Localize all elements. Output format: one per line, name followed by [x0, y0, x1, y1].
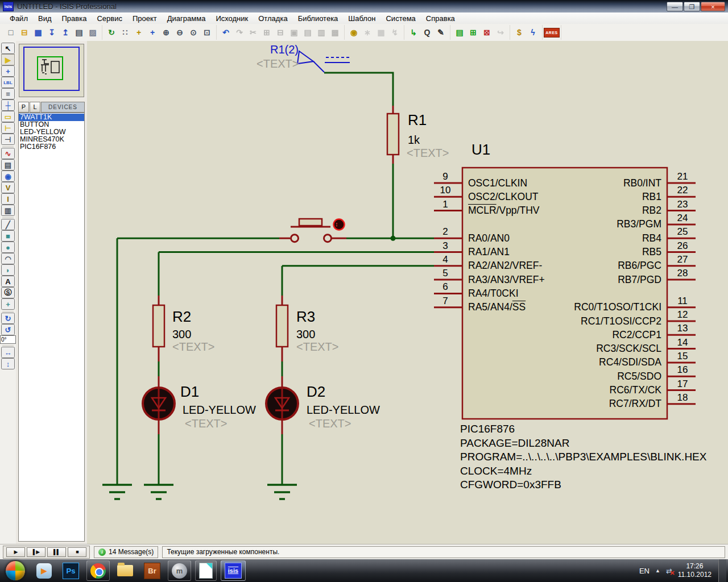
pick-devices-button[interactable]: P: [18, 102, 29, 113]
menu-source[interactable]: Исходник: [210, 14, 253, 23]
sim-play-button[interactable]: ▶: [6, 547, 25, 557]
schematic-canvas[interactable]: R1(2) <TEXT> R1 1k <TEXT> U1 R2 300 <TEX…: [87, 41, 728, 544]
toolbar-bill-of-materials-icon[interactable]: $: [512, 26, 526, 39]
menu-tools[interactable]: Сервис: [92, 14, 127, 23]
toolbar-remove-sheet-icon[interactable]: ⊠: [480, 26, 494, 39]
toolbar-block-delete-icon[interactable]: ▩: [328, 26, 342, 39]
menu-diagram[interactable]: Диаграмма: [162, 14, 211, 23]
language-indicator[interactable]: EN: [639, 567, 650, 575]
menu-view[interactable]: Вид: [33, 14, 57, 23]
menu-help[interactable]: Справка: [421, 14, 460, 23]
menu-library[interactable]: Библиотека: [293, 14, 344, 23]
sim-step-button[interactable]: ▌▶: [27, 547, 46, 557]
toolbar-redraw-icon[interactable]: ↻: [105, 26, 118, 39]
tool-generator-mode[interactable]: ◉: [1, 171, 15, 182]
tool-terminal-mode[interactable]: ⊢: [1, 122, 15, 134]
led-d1[interactable]: [143, 388, 175, 419]
tool-graph-mode[interactable]: ∿: [1, 148, 15, 159]
sim-pause-button[interactable]: ▌▌: [47, 547, 66, 557]
toolbar-open-project-icon[interactable]: ⊟: [18, 26, 31, 39]
toolbar-import-section-icon[interactable]: ↧: [45, 26, 59, 39]
tool-wire-label-mode[interactable]: LBL: [1, 77, 15, 88]
sync-error-icon[interactable]: ⇄ ✕: [666, 567, 672, 575]
toolbar-property-assignment-icon[interactable]: ✎: [434, 26, 448, 39]
restore-button[interactable]: ❐: [684, 2, 700, 11]
toolbar-netlist-to-ares-button[interactable]: ARES: [545, 26, 559, 39]
taskbar-isis-icon[interactable]: isis: [221, 560, 246, 581]
rotation-angle-input[interactable]: [0, 335, 16, 344]
toolbar-cut-icon[interactable]: ✂: [246, 26, 260, 39]
button-actuator[interactable]: [334, 219, 345, 230]
toolbar-zoom-in-icon[interactable]: ⊕: [159, 26, 173, 39]
tray-expand-icon[interactable]: ▲: [655, 568, 660, 573]
tool-2d-circle-mode[interactable]: ●: [1, 242, 15, 253]
tool-flip-vertical[interactable]: ↕: [1, 358, 15, 369]
tool-component-mode[interactable]: ▶: [1, 54, 15, 65]
tool-bus-mode[interactable]: ┼: [1, 99, 15, 111]
toolbar-search-tag-icon[interactable]: Q: [420, 26, 434, 39]
tool-text-script-mode[interactable]: ≡: [1, 88, 15, 99]
toolbar-save-project-icon[interactable]: ▦: [31, 26, 45, 39]
toolbar-export-section-icon[interactable]: ↥: [59, 26, 72, 39]
toolbar-new-file-icon[interactable]: □: [4, 26, 18, 39]
resistor-r3[interactable]: [276, 305, 288, 347]
taskbar-chrome-icon[interactable]: [86, 560, 110, 581]
tool-junction-dot-mode[interactable]: +: [1, 65, 15, 77]
toolbar-decompose-icon[interactable]: ↯: [388, 26, 402, 39]
power-terminal[interactable]: [297, 51, 351, 72]
taskbar-bridge-icon[interactable]: Br: [140, 560, 164, 581]
tool-tape-recorder-mode[interactable]: ▤: [1, 159, 15, 171]
toolbar-redo-icon[interactable]: ↷: [233, 26, 246, 39]
toolbar-copy-icon[interactable]: ⊞: [260, 26, 274, 39]
toolbar-wire-autorouter-icon[interactable]: ↳: [407, 26, 420, 39]
tool-2d-box-mode[interactable]: ■: [1, 230, 15, 242]
taskbar-m-app-icon[interactable]: m: [168, 560, 191, 581]
minimize-button[interactable]: —: [667, 2, 683, 11]
resistor-r1[interactable]: [387, 114, 399, 155]
menu-edit[interactable]: Правка: [57, 14, 92, 23]
tool-2d-symbol-mode[interactable]: Ⓢ: [1, 287, 15, 298]
toolbar-make-device-icon[interactable]: ∗: [361, 26, 374, 39]
tool-2d-path-mode[interactable]: ◗: [1, 264, 15, 276]
menu-system[interactable]: Система: [380, 14, 420, 23]
toolbar-block-copy-icon[interactable]: ▣: [287, 26, 301, 39]
menu-debug[interactable]: Отладка: [253, 14, 292, 23]
title-bar[interactable]: isis UNTITLED - ISIS Professional —❐×: [0, 0, 728, 13]
show-desktop-button[interactable]: [718, 559, 726, 582]
toolbar-origin-icon[interactable]: +: [132, 26, 146, 39]
toolbar-new-sheet-icon[interactable]: ⊞: [466, 26, 480, 39]
toolbar-zoom-area-icon[interactable]: ⊡: [200, 26, 214, 39]
resistor-r2[interactable]: [153, 305, 164, 347]
tool-2d-text-mode[interactable]: A: [1, 276, 15, 287]
toolbar-pick-device-icon[interactable]: ◉: [347, 26, 361, 39]
toolbar-pan-icon[interactable]: +: [146, 26, 159, 39]
toolbar-design-explorer-icon[interactable]: ▤: [453, 26, 466, 39]
taskbar-photoshop-icon[interactable]: Ps: [59, 560, 82, 581]
taskbar-notepad-icon[interactable]: [195, 560, 217, 581]
library-manager-button[interactable]: L: [30, 102, 40, 113]
tool-selection-mode[interactable]: ↖: [1, 43, 15, 54]
taskbar-explorer-icon[interactable]: [114, 560, 136, 581]
toolbar-block-rotate-icon[interactable]: ▥: [315, 26, 328, 39]
chip-u1[interactable]: [462, 168, 667, 419]
ground-symbol[interactable]: [102, 485, 297, 499]
close-button[interactable]: ×: [701, 2, 725, 11]
sim-stop-button[interactable]: ■: [68, 547, 86, 557]
toolbar-print-icon[interactable]: ▤: [72, 26, 86, 39]
taskbar-clock[interactable]: 17:26 11.10.2012: [678, 562, 712, 579]
tool-2d-arc-mode[interactable]: ◠: [1, 253, 15, 264]
toolbar-block-move-icon[interactable]: ▤: [301, 26, 315, 39]
tool-2d-line-mode[interactable]: ╱: [1, 219, 15, 230]
menu-template[interactable]: Шаблон: [343, 14, 380, 23]
push-button[interactable]: [291, 219, 332, 242]
tool-rotate-anticlockwise[interactable]: ↺: [1, 324, 15, 335]
toolbar-electrical-rules-check-icon[interactable]: ϟ: [526, 26, 540, 39]
tool-flip-horizontal[interactable]: ↔: [1, 347, 15, 358]
toolbar-toggle-grid-icon[interactable]: ∷: [118, 26, 132, 39]
schematic-overview[interactable]: [19, 44, 84, 97]
tool-rotate-clockwise[interactable]: ↻: [1, 313, 15, 324]
menu-project[interactable]: Проект: [127, 14, 162, 23]
tool-2d-marker-mode[interactable]: +: [1, 298, 15, 310]
toolbar-mark-output-area-icon[interactable]: ▨: [86, 26, 100, 39]
wire-net[interactable]: [117, 73, 434, 485]
